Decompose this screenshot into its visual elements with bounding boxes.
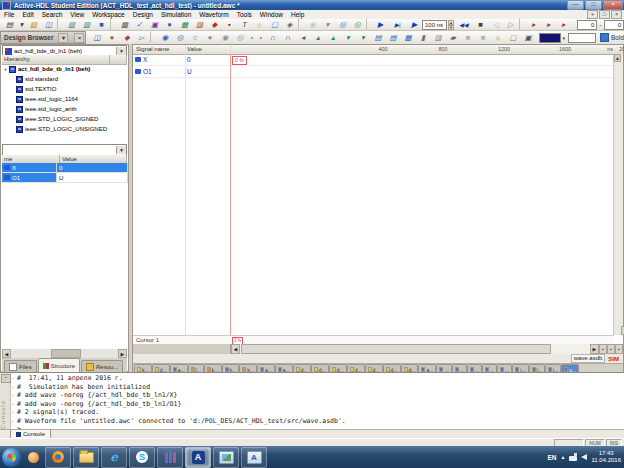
toolbar-separator[interactable] <box>110 18 116 30</box>
taskbar-winrar[interactable] <box>157 447 183 468</box>
tree-item-std-logic-signed[interactable]: ieee.STD_LOGIC_SIGNED <box>2 114 127 124</box>
signal-name-column-header[interactable]: Signal name <box>136 46 169 52</box>
taskbar-firefox[interactable] <box>45 447 71 468</box>
toolbar-separator[interactable] <box>366 18 372 30</box>
text-editor-button[interactable]: T <box>237 18 252 31</box>
tree-item-std-standard[interactable]: std.standard <box>2 74 127 84</box>
previous-edge-button[interactable]: ◂ <box>295 31 310 44</box>
pane-split-button[interactable]: ▪ <box>615 344 623 354</box>
title-bar[interactable]: Active-HDL Student Edition (ACT_HDL_test… <box>0 0 624 10</box>
find-next-button[interactable]: ∩ <box>280 31 295 44</box>
copy-button[interactable]: ▥ <box>79 18 94 31</box>
trace-out-button[interactable]: ▸ <box>556 18 571 31</box>
refresh-button[interactable]: ◎ <box>350 18 365 31</box>
combo-dropdown-icon[interactable]: ▼ <box>116 146 126 154</box>
design-flow-button[interactable]: ▦ <box>177 18 192 31</box>
expander-icon[interactable]: + <box>2 66 9 72</box>
combo-dropdown-icon[interactable]: ▼ <box>116 47 126 55</box>
scroll-up-icon[interactable]: ▲ <box>614 54 621 62</box>
pane-split-button[interactable]: ▪ <box>607 344 615 354</box>
restart-button[interactable]: ◎ <box>335 18 350 31</box>
taskbar-clock[interactable]: 17:43 11.04.2016 <box>591 450 621 464</box>
hierarchy-button[interactable]: ▨ <box>192 18 207 31</box>
hierarchy-stub-header[interactable] <box>110 55 127 64</box>
counter-field-b[interactable]: 0 <box>604 20 624 30</box>
panel-close-button[interactable]: × <box>74 33 84 43</box>
monitor-button[interactable]: ▢ <box>267 18 282 31</box>
pause-display-button[interactable]: ▮ <box>415 31 430 44</box>
speaker-icon[interactable] <box>581 454 587 460</box>
find-previous-button[interactable]: ∩ <box>265 31 280 44</box>
close-button[interactable]: × <box>603 0 623 10</box>
stop-disabled-icon[interactable]: ◉ <box>305 18 320 31</box>
tree-item-std-logic-1164[interactable]: ieee.std_logic_1164 <box>2 94 127 104</box>
taskbar-text-app[interactable]: A <box>241 447 267 468</box>
run-for-button[interactable]: ▶ <box>407 18 422 31</box>
tree-item-std-logic-unsigned[interactable]: ieee.STD_LOGIC_UNSIGNED <box>2 124 127 134</box>
left-panel-scrollbar[interactable]: ◀ ▶ <box>2 349 127 358</box>
value-column-header[interactable]: Value <box>187 46 202 52</box>
open-button[interactable]: ▧ <box>26 18 41 31</box>
name-area-scrollbar[interactable] <box>133 344 231 354</box>
pointer-button[interactable]: ▻ <box>134 31 149 44</box>
workspace-button[interactable]: ◈ <box>282 18 297 31</box>
run-time-field[interactable]: 100 ns <box>422 20 447 30</box>
open-waveform-button[interactable]: ▤ <box>385 31 400 44</box>
toolbar-separator[interactable] <box>150 31 156 43</box>
download-button[interactable]: ▾ <box>320 18 335 31</box>
zoom-out-button[interactable]: ◎ <box>172 31 187 44</box>
compile-all-button[interactable]: ▣ <box>147 18 162 31</box>
placeholder-button[interactable]: ■ <box>460 31 475 44</box>
tree-item-testbench[interactable]: + act_hdl_bde_tb_ln1 (beh) <box>2 64 127 74</box>
timeline-ruler[interactable]: 4008001200160020002400 ns <box>230 45 614 54</box>
scroll-left-icon[interactable]: ◀ <box>2 349 11 358</box>
find-in-files-button[interactable]: ● <box>162 18 177 31</box>
jump-previous-button[interactable]: ▴ <box>325 31 340 44</box>
tree-item-std-logic-arith[interactable]: ieee.std_logic_arith <box>2 104 127 114</box>
mdi-restore-button[interactable]: □ <box>599 10 610 19</box>
waveform-cursor-line[interactable] <box>230 54 231 344</box>
mdi-close-button[interactable]: × <box>611 10 622 19</box>
edit-waveform-button[interactable]: ▰ <box>445 31 460 44</box>
zoom-full-button[interactable]: ○ <box>187 31 202 44</box>
start-button[interactable] <box>2 448 21 467</box>
restart-sim-button[interactable]: ◀◀ <box>454 18 473 31</box>
column-divider[interactable] <box>185 45 186 344</box>
name-column-header[interactable]: me <box>2 155 60 163</box>
scrollbar-thumb[interactable] <box>241 344 551 354</box>
network-icon[interactable] <box>569 453 577 461</box>
trace-over-button[interactable]: ▸ <box>541 18 556 31</box>
counter-field-a[interactable]: 0 <box>577 20 597 30</box>
color-dropdown-icon[interactable]: ▾ <box>562 35 565 41</box>
taskbar-active-hdl[interactable]: A <box>185 447 211 468</box>
library-button[interactable]: ▪ <box>222 18 237 31</box>
taskbar-media-player[interactable] <box>23 447 43 468</box>
new-document-button[interactable]: ▤ <box>2 18 17 31</box>
scrollbar-track[interactable] <box>240 344 590 354</box>
tab-structure[interactable]: Structure <box>38 358 80 372</box>
console-output[interactable]: - # 17:41, 11 апреля 2016 г. - # Simulat… <box>11 374 623 430</box>
zoom-previous-button[interactable]: ◎ <box>232 31 247 44</box>
waveform-file-label[interactable]: wave.asdb <box>571 354 606 363</box>
language-indicator[interactable]: EN <box>547 454 556 461</box>
bold-toggle[interactable]: Bold <box>600 33 624 42</box>
clock-button[interactable]: ● <box>104 31 119 44</box>
new-page-button[interactable]: ▢ <box>505 31 520 44</box>
hierarchy-column-header[interactable]: Hierarchy <box>2 55 110 64</box>
scrollbar-thumb[interactable] <box>51 349 81 358</box>
pause-sim-button[interactable]: ◁ <box>488 18 503 31</box>
taskbar-image-app[interactable] <box>213 447 239 468</box>
zoom-cursor-button[interactable]: ◉ <box>217 31 232 44</box>
wave-row-x[interactable]: X 0 <box>133 54 614 66</box>
cursor-label[interactable]: Cursor 1 <box>136 337 159 343</box>
scroll-right-icon[interactable]: ▶ <box>590 344 599 354</box>
tree-item-std-textio[interactable]: std.TEXTIO <box>2 84 127 94</box>
signals-list-button[interactable]: ▦ <box>400 31 415 44</box>
minimize-button[interactable]: — <box>567 0 584 10</box>
pane-split-button[interactable]: ▪ <box>599 344 607 354</box>
cut-button[interactable]: ▥ <box>64 18 79 31</box>
step-over-button[interactable]: ▷ <box>503 18 518 31</box>
scroll-right-icon[interactable]: ▶ <box>118 349 127 358</box>
tab-resources[interactable]: Resou... <box>81 360 123 372</box>
save-button[interactable]: ◫ <box>41 18 56 31</box>
